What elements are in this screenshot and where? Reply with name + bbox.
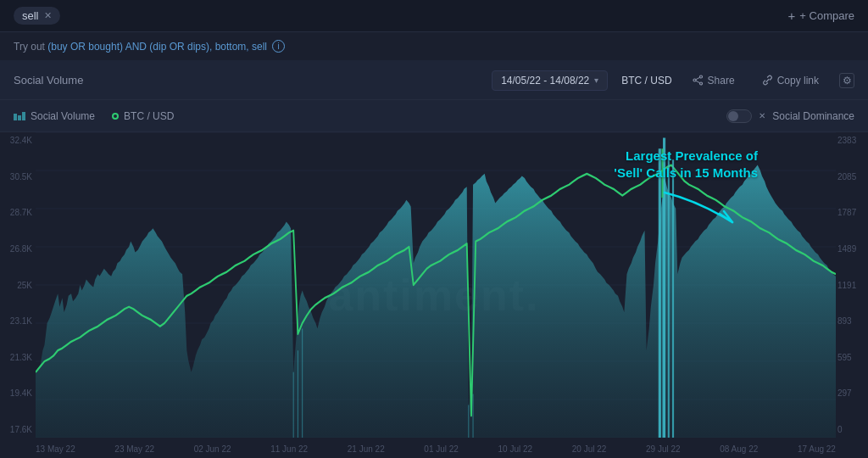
top-bar-left: sell ✕ <box>14 7 60 25</box>
y-axis-left: 32.4K 30.5K 28.7K 26.8K 25K 23.1K 21.3K … <box>0 132 36 438</box>
y-right-label-8: 0 <box>837 425 843 434</box>
y-right-label-6: 595 <box>837 353 852 362</box>
svg-point-0 <box>699 75 702 78</box>
y-right-label-7: 297 <box>837 388 852 398</box>
x-label-7: 20 Jul 22 <box>572 444 607 454</box>
legend-social-volume-label: Social Volume <box>31 110 95 122</box>
legend-social-volume: Social Volume <box>14 110 95 122</box>
suggestion-prefix: Try out <box>14 41 45 53</box>
svg-line-3 <box>695 77 699 80</box>
suggestion-bar: Try out (buy OR bought) AND (dip OR dips… <box>0 32 868 61</box>
share-icon <box>693 75 704 86</box>
pair-label: BTC / USD <box>621 75 671 87</box>
compare-button[interactable]: + + Compare <box>788 8 854 23</box>
legend-btc-usd: BTC / USD <box>112 110 174 122</box>
x-label-6: 10 Jul 22 <box>498 444 533 454</box>
social-dominance-label: Social Dominance <box>772 110 854 122</box>
y-label-0: 32.4K <box>10 136 32 145</box>
y-right-label-5: 893 <box>837 316 852 326</box>
y-right-label-3: 1489 <box>837 244 856 254</box>
social-dominance-toggle[interactable] <box>726 109 752 123</box>
top-bar: sell ✕ + + Compare <box>0 0 868 32</box>
y-label-4: 25K <box>17 281 32 290</box>
legend-btc-label: BTC / USD <box>124 110 174 122</box>
toggle-x-icon: ✕ <box>759 111 765 120</box>
chart-svg <box>36 132 836 438</box>
y-label-7: 19.4K <box>10 388 32 398</box>
x-label-10: 17 Aug 22 <box>798 444 836 454</box>
x-label-3: 11 Jun 22 <box>270 444 308 454</box>
y-label-3: 26.8K <box>10 244 32 254</box>
copy-link-button[interactable]: Copy link <box>755 71 826 90</box>
x-label-0: 13 May 22 <box>36 444 75 454</box>
y-right-label-2: 1787 <box>837 208 856 217</box>
svg-line-4 <box>695 81 699 83</box>
y-axis-right: 2383 2085 1787 1489 1191 893 595 297 0 <box>836 132 868 438</box>
legend-right: ✕ Social Dominance <box>726 109 854 123</box>
x-label-1: 23 May 22 <box>114 444 154 454</box>
svg-rect-5 <box>14 114 17 120</box>
svg-rect-6 <box>18 115 21 120</box>
y-right-label-1: 2085 <box>837 172 856 182</box>
date-range-button[interactable]: 14/05/22 - 14/08/22 ▾ <box>492 70 608 91</box>
svg-point-2 <box>693 79 696 81</box>
bar-chart-icon <box>14 112 25 120</box>
copy-link-label: Copy link <box>777 75 819 87</box>
link-icon <box>762 75 773 86</box>
close-tag-icon[interactable]: ✕ <box>44 10 52 21</box>
y-label-2: 28.7K <box>10 208 32 217</box>
chevron-down-icon: ▾ <box>594 75 598 85</box>
chart-title: Social Volume <box>14 74 478 87</box>
chart-area: antiment. 32.4K 30.5K 28.7K 26.8K 25K 23… <box>0 132 868 458</box>
chart-header: Social Volume 14/05/22 - 14/08/22 ▾ BTC … <box>0 61 868 100</box>
legend-bar: Social Volume BTC / USD ✕ Social Dominan… <box>0 100 868 132</box>
date-range-label: 14/05/22 - 14/08/22 <box>501 75 589 87</box>
y-right-label-4: 1191 <box>837 281 856 290</box>
x-label-5: 01 Jul 22 <box>424 444 459 454</box>
y-label-1: 30.5K <box>10 172 32 182</box>
circle-icon <box>112 113 119 120</box>
plus-icon: + <box>788 8 796 23</box>
x-label-9: 08 Aug 22 <box>720 444 758 454</box>
search-tag[interactable]: sell ✕ <box>14 7 60 25</box>
share-label: Share <box>708 75 735 87</box>
share-button[interactable]: Share <box>686 71 742 90</box>
settings-button[interactable]: ⚙ <box>839 73 854 88</box>
suggestion-query[interactable]: (buy OR bought) AND (dip OR dips), botto… <box>47 41 267 53</box>
x-label-2: 02 Jun 22 <box>194 444 231 454</box>
compare-label: + Compare <box>799 9 854 22</box>
y-label-6: 21.3K <box>10 353 32 362</box>
pair-button[interactable]: BTC / USD <box>621 75 671 87</box>
tag-label: sell <box>22 9 39 22</box>
info-icon[interactable]: i <box>272 40 285 53</box>
x-label-4: 21 Jun 22 <box>348 444 385 454</box>
y-label-8: 17.6K <box>10 425 32 434</box>
svg-rect-7 <box>22 112 25 120</box>
svg-point-1 <box>699 82 702 85</box>
y-right-label-0: 2383 <box>837 136 856 145</box>
x-label-8: 29 Jul 22 <box>646 444 681 454</box>
toggle-knob <box>728 111 738 121</box>
y-label-5: 23.1K <box>10 316 32 326</box>
x-axis: 13 May 22 23 May 22 02 Jun 22 11 Jun 22 … <box>36 439 836 458</box>
